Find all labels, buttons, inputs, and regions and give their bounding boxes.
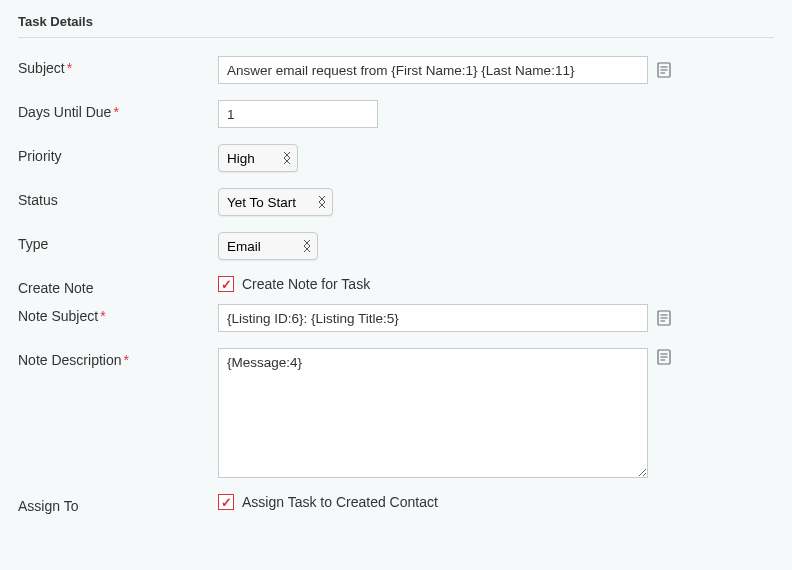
priority-select-wrap: High bbox=[218, 144, 298, 172]
label-assign-to: Assign To bbox=[18, 494, 218, 514]
label-note-subject-text: Note Subject bbox=[18, 308, 98, 324]
merge-tag-icon[interactable] bbox=[656, 309, 672, 327]
create-note-checkbox[interactable] bbox=[218, 276, 234, 292]
row-subject: Subject* bbox=[18, 56, 774, 84]
label-create-note: Create Note bbox=[18, 276, 218, 296]
label-status: Status bbox=[18, 188, 218, 208]
status-select[interactable]: Yet To Start bbox=[218, 188, 333, 216]
required-asterisk: * bbox=[67, 60, 72, 76]
row-priority: Priority High bbox=[18, 144, 774, 172]
row-status: Status Yet To Start bbox=[18, 188, 774, 216]
label-note-subject: Note Subject* bbox=[18, 304, 218, 324]
subject-input[interactable] bbox=[218, 56, 648, 84]
label-note-description-text: Note Description bbox=[18, 352, 122, 368]
create-note-checkbox-label: Create Note for Task bbox=[242, 276, 370, 292]
row-note-subject: Note Subject* bbox=[18, 304, 774, 332]
row-days-until-due: Days Until Due* bbox=[18, 100, 774, 128]
label-priority: Priority bbox=[18, 144, 218, 164]
row-assign-to: Assign To Assign Task to Created Contact bbox=[18, 494, 774, 514]
label-days-until-due-text: Days Until Due bbox=[18, 104, 111, 120]
merge-tag-icon[interactable] bbox=[656, 61, 672, 79]
days-until-due-input[interactable] bbox=[218, 100, 378, 128]
label-subject-text: Subject bbox=[18, 60, 65, 76]
row-type: Type Email bbox=[18, 232, 774, 260]
merge-tag-icon[interactable] bbox=[656, 348, 672, 366]
assign-to-checkbox-label: Assign Task to Created Contact bbox=[242, 494, 438, 510]
panel-title: Task Details bbox=[18, 14, 774, 38]
type-select-wrap: Email bbox=[218, 232, 318, 260]
label-days-until-due: Days Until Due* bbox=[18, 100, 218, 120]
required-asterisk: * bbox=[113, 104, 118, 120]
label-note-description: Note Description* bbox=[18, 348, 218, 368]
required-asterisk: * bbox=[124, 352, 129, 368]
note-subject-input[interactable] bbox=[218, 304, 648, 332]
type-select[interactable]: Email bbox=[218, 232, 318, 260]
label-subject: Subject* bbox=[18, 56, 218, 76]
row-create-note: Create Note Create Note for Task bbox=[18, 276, 774, 296]
task-details-panel: Task Details Subject* Days Until Due* Pr… bbox=[0, 0, 792, 548]
priority-select[interactable]: High bbox=[218, 144, 298, 172]
label-type: Type bbox=[18, 232, 218, 252]
row-note-description: Note Description* bbox=[18, 348, 774, 478]
assign-to-checkbox[interactable] bbox=[218, 494, 234, 510]
required-asterisk: * bbox=[100, 308, 105, 324]
status-select-wrap: Yet To Start bbox=[218, 188, 333, 216]
note-description-textarea[interactable] bbox=[218, 348, 648, 478]
